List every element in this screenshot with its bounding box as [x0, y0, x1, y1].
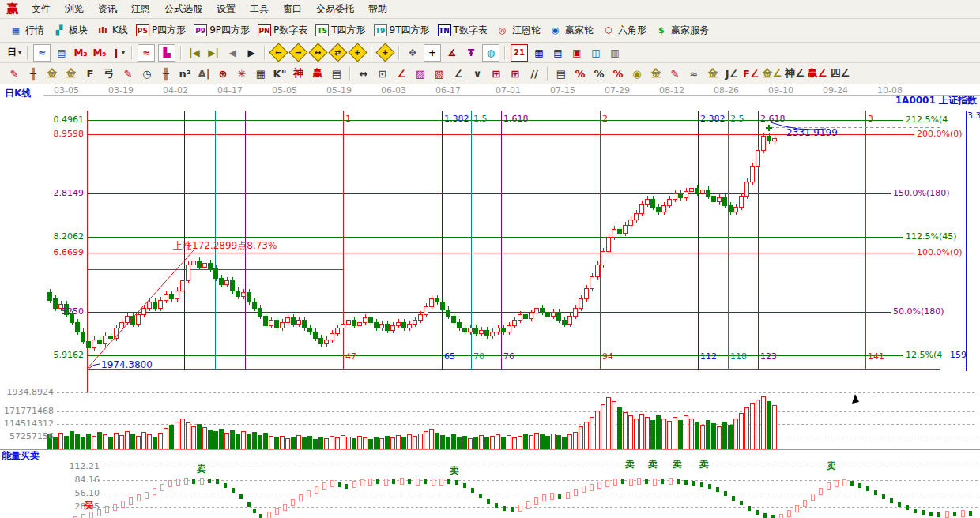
toolbar-button-parallel-lines[interactable]: // [526, 66, 542, 81]
toolbar-button-j-angle[interactable]: J∠ [724, 66, 740, 81]
toolbar-button-gold-bar[interactable]: 金 [648, 66, 664, 81]
toolbar-button-span-measure[interactable]: ↔ [356, 66, 371, 81]
toolbar-button-four-angle[interactable]: 四∠ [831, 66, 850, 81]
toolbar-button-kline[interactable]: ılıK线 [96, 24, 128, 37]
menu-item-help[interactable]: 帮助 [368, 2, 387, 16]
toolbar-button-brush-tool[interactable]: ✎ [6, 66, 22, 81]
toolbar-button-square-anchor[interactable]: ⊡ [375, 66, 390, 81]
chart-panel[interactable]: 日K线 1A0001 上证指数 03-0503-1904-0204-1705-0… [0, 84, 980, 518]
menu-item-settings[interactable]: 设置 [217, 2, 236, 16]
toolbar-button-angle-measure-tool[interactable]: ∡ [444, 45, 460, 61]
toolbar-button-volume-profile[interactable]: ▙ [158, 44, 175, 62]
toolbar-button-cycle-tool[interactable]: ◍ [482, 44, 499, 62]
toolbar-button-shen-angle[interactable]: 神∠ [785, 66, 805, 81]
menu-item-formula-stock-pick[interactable]: 公式选股 [164, 2, 202, 16]
toolbar-button-zigzag-view[interactable]: ≈ [33, 44, 51, 62]
toolbar-button-tick-ruler[interactable]: ╫ [25, 66, 41, 81]
toolbar-button-gann-wheel[interactable]: ◎江恩轮 [496, 24, 541, 37]
toolbar-button-k-quote[interactable]: K" [272, 66, 288, 81]
toolbar-button-crosshair-tool[interactable]: + [424, 44, 441, 62]
toolbar-button-grid-arrow[interactable]: ⊞ [507, 66, 523, 81]
toolbar-button-angle-fan[interactable]: ∠ [450, 66, 466, 81]
toolbar-button-percent-bar[interactable]: % [610, 66, 626, 81]
toolbar-button-bow-ruler[interactable]: 弓 [101, 66, 117, 81]
toolbar-button-t-number-table[interactable]: TNT数字表 [438, 24, 488, 37]
toolbar-button-wave-9[interactable]: M₉ [92, 45, 107, 61]
toolbar-button-hexagon[interactable]: ⬡六角形 [601, 24, 646, 37]
toolbar-button-9t-square[interactable]: T99T四方形 [374, 24, 430, 37]
toolbar-button-gold-underline[interactable]: 金 [705, 66, 721, 81]
toolbar-button-9p-square[interactable]: P99P四方形 [194, 24, 250, 37]
toolbar-button-print[interactable]: ▥ [607, 45, 623, 61]
toolbar-button-brush-2[interactable]: ✎ [667, 66, 683, 81]
toolbar-button-market-quotes[interactable]: ▦行情 [9, 24, 44, 37]
toolbar-button-percent-strike[interactable]: % [572, 66, 588, 81]
toolbar-button-winner-wheel[interactable]: ◉赢家轮 [548, 24, 594, 37]
toolbar-button-gold-circle[interactable]: ◉ [629, 66, 645, 81]
toolbar-button-quote-report[interactable]: ▤ [54, 45, 70, 61]
toolbar-button-center-diamond[interactable]: + [375, 43, 394, 62]
toolbar-button-zoom-in-diamond[interactable]: ⇄ [328, 43, 347, 62]
toolbar-button-grid-box[interactable]: ▦ [253, 66, 269, 81]
toolbar-button-zigzag-red[interactable]: ≈ [138, 44, 155, 62]
toolbar-button-zoom-out-diamond[interactable]: ↔ [308, 43, 327, 62]
toolbar-button-t-square[interactable]: TST四方形 [315, 24, 365, 37]
toolbar-button-v-wave[interactable]: ∨ [469, 66, 485, 81]
toolbar-button-win-angle[interactable]: 赢∠ [808, 66, 827, 81]
toolbar-button-percent[interactable]: % [591, 66, 607, 81]
toolbar-button-p-number-table[interactable]: PNP数字表 [258, 24, 307, 37]
toolbar-button-calculator[interactable]: ▦ [531, 45, 547, 61]
menu-item-tools[interactable]: 工具 [250, 2, 269, 16]
toolbar-button-save[interactable]: ▣ [569, 45, 585, 61]
toolbar-button-wave-overlay[interactable]: ≈ [686, 66, 702, 81]
toolbar-button-tick-ruler-2[interactable]: ╫ [158, 66, 174, 81]
toolbar-button-nav-first[interactable]: |◀ [187, 45, 202, 61]
chart-period-label: 日K线 [5, 88, 31, 98]
toolbar-button-shen-tool[interactable]: 神 [291, 66, 307, 81]
toolbar-button-fan-lines[interactable]: ∠ [394, 66, 409, 81]
menu-item-file[interactable]: 文件 [32, 2, 51, 16]
menu-item-gann[interactable]: 江恩 [131, 2, 150, 16]
toolbar-button-scroll-right-diamond[interactable]: → [288, 43, 307, 62]
toolbar-button-fan-box[interactable]: ▨ [413, 66, 428, 81]
toolbar-button-nav-next[interactable]: ▶ [243, 45, 259, 61]
menu-item-browse[interactable]: 浏览 [65, 2, 84, 16]
toolbar-button-price-list[interactable]: ▤ [553, 66, 569, 81]
toolbar-button-scroll-left-diamond[interactable]: ← [269, 43, 288, 62]
toolbar-button-period-day[interactable]: 日▾ [6, 45, 22, 61]
toolbar-button-f-angle[interactable]: F∠ [743, 66, 760, 81]
toolbar-button-star-grid[interactable]: ✳ [234, 66, 250, 81]
toolbar-button-gann-tag-tool[interactable]: Ŧ [463, 45, 479, 61]
toolbar-label-gann-wheel: 江恩轮 [512, 24, 541, 37]
toolbar-button-grid-red[interactable]: ⊞ [488, 66, 504, 81]
toolbar-button-gold-gate-2[interactable]: 金 [63, 66, 79, 81]
menu-item-trade-entrust[interactable]: 交易委托 [316, 2, 354, 16]
toolbar-button-ruler-123[interactable]: ▤ [329, 66, 345, 81]
toolbar-button-p-square[interactable]: PSP四方形 [136, 24, 186, 37]
toolbar-button-nav-prev[interactable]: ◀ [224, 45, 240, 61]
toolbar-button-red-brush[interactable]: ✎ [120, 66, 136, 81]
toolbar-button-win-tool[interactable]: 赢 [310, 66, 326, 81]
toolbar-button-fit-diamond[interactable]: + [348, 43, 367, 62]
chart-canvas[interactable] [0, 84, 980, 518]
menu-item-news[interactable]: 资讯 [98, 2, 117, 16]
toolbar-button-wave-3[interactable]: M₃ [73, 45, 89, 61]
toolbar-button-clock-ruler[interactable]: ◷ [139, 66, 155, 81]
toolbar-button-compass-circle[interactable]: ⊕ [215, 66, 231, 81]
toolbar-button-fan-box-2[interactable]: ▧ [432, 66, 447, 81]
menu-item-window[interactable]: 窗口 [283, 2, 302, 16]
toolbar-button-n-squared[interactable]: n² [177, 66, 193, 81]
toolbar-button-gold-gate-1[interactable]: 金 [44, 66, 60, 81]
toolbar-button-export-web[interactable]: ◫ [588, 45, 604, 61]
toolbar-button-notepad[interactable]: ▤ [550, 45, 566, 61]
toolbar-button-calendar[interactable]: 21 [511, 44, 528, 62]
toolbar-button-f-ruler[interactable]: F [82, 66, 98, 81]
signal-marker-sell: 卖 [648, 460, 658, 469]
toolbar-button-nav-last[interactable]: ▶| [205, 45, 221, 61]
toolbar-button-gold-angle[interactable]: 金∠ [763, 66, 782, 81]
toolbar-button-candle-style[interactable]: ❙▾ [111, 45, 126, 61]
toolbar-button-hand-tool[interactable]: ✥ [405, 45, 420, 61]
toolbar-button-sectors[interactable]: ▞板块 [52, 24, 88, 37]
toolbar-button-winner-service[interactable]: $赢家服务 [654, 24, 709, 37]
toolbar-button-a-divider[interactable]: A| [196, 66, 212, 81]
